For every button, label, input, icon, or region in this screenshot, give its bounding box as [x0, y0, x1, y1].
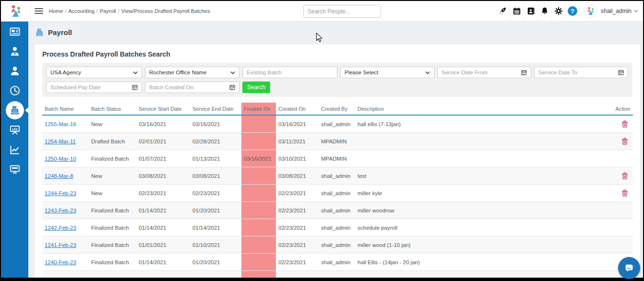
service-start-date-cell: 02/23/2021	[136, 190, 190, 196]
created-on-cell: 02/23/2021	[276, 277, 319, 281]
delete-batch-button[interactable]	[621, 172, 628, 179]
address-book-icon[interactable]	[524, 1, 537, 21]
trash-icon	[621, 138, 628, 145]
table-row: 1250-Mar-10 Finalized Batch 01/07/2021 0…	[42, 150, 633, 167]
chat-icon	[624, 263, 634, 273]
batch-name-link[interactable]: 1254-Mar-11	[45, 139, 76, 144]
logo-icon	[9, 4, 23, 18]
created-by-cell: shail_admin	[319, 190, 355, 196]
chat-widget-button[interactable]	[618, 257, 640, 279]
search-button[interactable]: Search	[242, 82, 270, 93]
created-on-cell: 03/08/2021	[276, 173, 319, 179]
breadcrumb-separator: /	[96, 8, 98, 14]
created-on-cell: 02/23/2021	[276, 190, 319, 196]
table-row: 1244-Feb-23 New 02/23/2021 02/23/2021 02…	[42, 185, 633, 202]
service-date-from-input[interactable]: Service Date From	[437, 67, 531, 78]
batch-name-link[interactable]: 1240-Feb-23	[45, 259, 76, 265]
service-start-date-cell: 01/22/2021	[136, 277, 190, 281]
batch-name-link[interactable]: 1244-Feb-23	[45, 190, 76, 196]
batch-status-cell: New	[89, 173, 136, 179]
breadcrumb-item[interactable]: Home	[49, 8, 63, 14]
created-on-cell: 02/23/2021	[276, 208, 319, 213]
column-header-service-end-date: Service End Date	[190, 103, 241, 115]
description-cell: schedule payroll	[355, 225, 611, 231]
office-select[interactable]: Rochester Office Name	[145, 67, 239, 78]
created-by-cell: shail_admin	[319, 277, 355, 281]
calendar-icon	[521, 70, 527, 75]
batch-name-link[interactable]: 1255-Mar-16	[45, 121, 76, 127]
sidebar-item-payroll[interactable]	[1, 100, 28, 120]
breadcrumb-item[interactable]: View/Process Drafted Payroll Batches	[121, 8, 210, 14]
scheduled-pay-date-input[interactable]: Scheduled Pay Date	[46, 82, 142, 93]
sidebar-item-reports[interactable]	[1, 120, 28, 140]
help-icon[interactable]: ?	[565, 1, 579, 21]
batch-name-link[interactable]: 1250-Mar-10	[45, 156, 76, 162]
line-chart-icon	[10, 144, 20, 155]
sidebar-item-dashboard[interactable]	[1, 22, 28, 41]
created-on-cell: 03/16/2021	[276, 121, 319, 127]
people-search[interactable]	[303, 5, 381, 18]
sidebar-item-employees[interactable]	[1, 41, 28, 61]
main-panel: Process Drafted Payroll Batches Search U…	[34, 44, 641, 281]
sidebar-item-clients[interactable]	[1, 61, 28, 81]
created-on-cell: 03/11/2021	[276, 139, 319, 144]
chevron-down-icon	[425, 71, 430, 74]
page-header: Payroll	[28, 22, 643, 43]
finalize-on-cell	[241, 116, 276, 132]
clock-icon	[10, 85, 20, 96]
service-end-date-cell: 01/20/2021	[190, 259, 241, 265]
created-on-cell: 03/10/2021	[276, 156, 319, 162]
sidebar	[1, 22, 28, 278]
created-by-cell: MPADMIN	[319, 139, 355, 144]
batch-name-link[interactable]: 1239-Feb-23	[45, 277, 76, 281]
search-input[interactable]	[308, 8, 382, 15]
user-menu[interactable]: shail_admin	[601, 8, 638, 14]
column-header-service-start-date: Service Start Date	[136, 103, 190, 115]
column-header-created-by: Created By	[319, 103, 355, 115]
batch-created-on-input[interactable]: Batch Created On	[145, 82, 239, 93]
batch-name-link[interactable]: 1241-Feb-23	[45, 242, 76, 248]
batch-status-cell: Finalized Batch	[89, 259, 136, 265]
sidebar-item-time[interactable]	[1, 81, 28, 100]
table-row: 1248-Mar-8 New 03/08/2021 03/08/2021 03/…	[42, 167, 633, 185]
created-by-cell: shail_admin	[319, 208, 355, 213]
hamburger-menu-icon[interactable]	[35, 7, 43, 15]
calendar-icon	[132, 84, 138, 90]
breadcrumb-item[interactable]: Accounting	[68, 8, 94, 14]
finalize-on-cell: 03/16/2021	[241, 150, 276, 167]
finalize-on-cell	[241, 185, 276, 201]
chevron-down-icon	[133, 71, 138, 74]
column-header-batch-name: Batch Name	[42, 103, 89, 115]
finalize-on-cell	[241, 219, 276, 236]
delete-batch-button[interactable]	[621, 189, 628, 197]
service-end-date-cell: 02/23/2021	[190, 190, 241, 196]
batch-name-link[interactable]: 1248-Mar-8	[45, 173, 73, 179]
bell-icon[interactable]	[537, 1, 551, 21]
breadcrumb-separator: /	[118, 8, 119, 14]
sidebar-item-analytics[interactable]	[1, 140, 28, 159]
service-date-to-input[interactable]: Service Date To	[534, 67, 628, 78]
user-avatar[interactable]	[584, 4, 597, 18]
batch-status-cell: New	[89, 190, 136, 196]
delete-batch-button[interactable]	[621, 120, 628, 128]
delete-batch-button[interactable]	[621, 138, 628, 145]
sidebar-item-monitor[interactable]	[1, 159, 28, 179]
trash-icon	[621, 172, 628, 179]
gear-icon[interactable]	[551, 1, 565, 21]
batch-status-cell: New	[89, 121, 136, 127]
service-start-date-cell: 01/14/2021	[136, 259, 190, 265]
calendar-icon[interactable]	[510, 1, 524, 21]
breadcrumb[interactable]: Home/Accounting/Payroll/View/Process Dra…	[49, 8, 210, 14]
table-row: 1255-Mar-16 New 03/16/2021 03/16/2021 03…	[42, 116, 633, 133]
rocket-icon[interactable]	[496, 1, 510, 21]
breadcrumb-item[interactable]: Payroll	[100, 8, 116, 14]
presentation-chart-icon	[10, 125, 20, 135]
cash-register-icon	[10, 105, 20, 116]
chevron-down-icon	[634, 10, 638, 12]
batch-status-select[interactable]: Please Select	[340, 67, 434, 78]
batch-name-link[interactable]: 1242-Feb-23	[45, 225, 76, 231]
existing-batch-input[interactable]: Existing Batch	[242, 67, 337, 78]
batch-name-link[interactable]: 1243-Feb-23	[45, 208, 76, 213]
app-logo[interactable]	[1, 1, 31, 21]
agency-select[interactable]: USA Agency	[46, 67, 142, 78]
